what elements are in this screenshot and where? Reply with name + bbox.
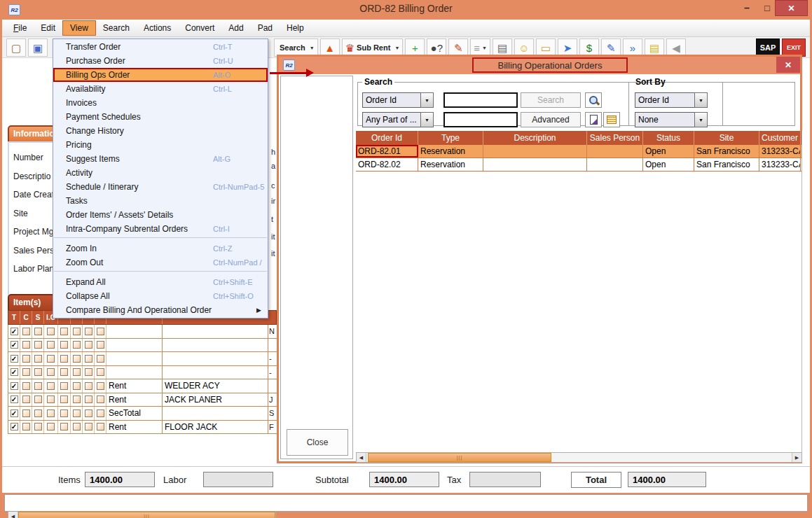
orders-scrollbar-track[interactable]: |||: [366, 453, 792, 462]
menu-item-tasks[interactable]: Tasks: [53, 194, 268, 208]
checkbox[interactable]: [97, 328, 104, 335]
search-mode-combo[interactable]: Any Part of ... ▼: [362, 112, 434, 127]
checkbox[interactable]: [60, 355, 68, 363]
chevron-down-icon[interactable]: ▼: [420, 92, 434, 108]
scroll-right-icon[interactable]: ▶: [792, 453, 801, 462]
report-search-button[interactable]: [585, 112, 602, 127]
menu-item-expand-all[interactable]: Expand AllCtrl+Shift-E: [53, 275, 268, 289]
order-row[interactable]: ORD-82.02ReservationOpenSan Francisco313…: [356, 158, 801, 172]
total-field[interactable]: [628, 472, 706, 487]
search-value-input-2[interactable]: [443, 112, 518, 127]
menubar-item-view[interactable]: View: [62, 20, 96, 36]
checkbox[interactable]: [85, 368, 92, 376]
checkbox[interactable]: [60, 382, 68, 390]
item-row[interactable]: ✓SecTotalS: [8, 407, 277, 421]
quick-search-button[interactable]: [585, 92, 602, 108]
checkbox[interactable]: [47, 396, 55, 403]
menubar-item-file[interactable]: File: [6, 21, 34, 35]
menubar-item-actions[interactable]: Actions: [137, 21, 178, 35]
chevron-down-icon[interactable]: ▼: [694, 112, 708, 127]
labor-total-field[interactable]: [203, 472, 273, 487]
checkbox[interactable]: [60, 410, 68, 417]
items-hscrollbar[interactable]: ◀ |||: [8, 511, 276, 518]
tab-items[interactable]: Item(s): [8, 294, 55, 311]
menu-item-invoices[interactable]: Invoices: [53, 96, 268, 110]
item-row[interactable]: ✓-: [8, 352, 277, 366]
checkbox[interactable]: [34, 382, 42, 390]
checkbox[interactable]: [73, 382, 81, 390]
checkbox[interactable]: [73, 355, 81, 363]
checkbox[interactable]: [47, 382, 55, 390]
advanced-search-button[interactable]: Advanced: [521, 112, 581, 127]
checkbox[interactable]: [60, 328, 68, 335]
chevron-down-icon[interactable]: ▼: [694, 92, 708, 108]
dialog-close-button[interactable]: ✕: [776, 57, 800, 73]
checkbox[interactable]: [85, 410, 92, 417]
checkbox[interactable]: [22, 341, 30, 349]
items-total-field[interactable]: [85, 472, 155, 487]
item-row[interactable]: ✓RentFLOOR JACKF: [8, 421, 277, 435]
checkbox[interactable]: ✓: [11, 396, 18, 403]
items-column-header[interactable]: C: [20, 311, 32, 324]
orders-column-description[interactable]: Description: [483, 131, 587, 145]
orders-hscrollbar[interactable]: ◀ ||| ▶: [356, 452, 802, 463]
checkbox[interactable]: [85, 396, 92, 403]
checkbox[interactable]: [34, 341, 42, 349]
menu-item-collapse-all[interactable]: Collapse AllCtrl+Shift-O: [53, 289, 268, 303]
checkbox[interactable]: [22, 328, 30, 335]
sort-primary-combo[interactable]: Order Id ▼: [635, 92, 708, 108]
checkbox[interactable]: [60, 341, 68, 349]
menu-item-suggest-items[interactable]: Suggest ItemsAlt-G: [53, 152, 268, 166]
checkbox[interactable]: [85, 341, 92, 349]
checkbox[interactable]: [22, 355, 30, 363]
toolbar-print-button[interactable]: ▣: [28, 38, 48, 57]
checkbox[interactable]: ✓: [11, 355, 18, 363]
checkbox[interactable]: [47, 368, 55, 376]
items-column-header[interactable]: S: [32, 311, 44, 324]
menu-item-change-history[interactable]: Change History: [53, 124, 268, 138]
checkbox[interactable]: [85, 355, 92, 363]
search-button[interactable]: Search: [521, 92, 581, 108]
checkbox[interactable]: [34, 410, 42, 417]
checkbox[interactable]: [47, 423, 55, 430]
tax-field[interactable]: [469, 472, 541, 487]
menubar-item-pad[interactable]: Pad: [251, 21, 280, 35]
menubar-item-add[interactable]: Add: [221, 21, 250, 35]
checkbox[interactable]: [73, 341, 81, 349]
checkbox[interactable]: [85, 328, 92, 335]
items-column-header[interactable]: T: [8, 311, 20, 324]
orders-column-site[interactable]: Site: [694, 131, 759, 145]
orders-column-order-id[interactable]: Order Id: [356, 131, 418, 145]
checkbox[interactable]: ✓: [11, 382, 18, 390]
checkbox[interactable]: [97, 382, 104, 390]
menubar-item-convert[interactable]: Convert: [178, 21, 221, 35]
checkbox[interactable]: [47, 341, 55, 349]
checkbox[interactable]: [97, 396, 104, 403]
menu-item-schedule-itinerary[interactable]: Schedule / ItineraryCtrl-NumPad-5: [53, 180, 268, 194]
checkbox[interactable]: [47, 355, 55, 363]
checkbox[interactable]: [97, 341, 104, 349]
menu-item-compare-billing-and-operational-order[interactable]: Compare Billing And Operational Order▶: [53, 303, 268, 317]
checkbox[interactable]: [73, 410, 81, 417]
checkbox[interactable]: ✓: [11, 410, 18, 417]
items-scrollbar-track[interactable]: |||: [18, 512, 275, 518]
checkbox[interactable]: ✓: [11, 328, 18, 335]
checkbox[interactable]: [85, 423, 92, 430]
checkbox[interactable]: [97, 410, 104, 417]
orders-column-customer[interactable]: Customer: [759, 131, 801, 145]
menu-item-intra-company-subrental-orders[interactable]: Intra-Company Subrental OrdersCtrl-I: [53, 222, 268, 236]
checkbox[interactable]: [85, 382, 92, 390]
item-row[interactable]: ✓: [8, 339, 277, 353]
item-row[interactable]: ✓RentJACK PLANERJ: [8, 393, 277, 407]
item-row[interactable]: ✓N: [8, 325, 277, 339]
checkbox[interactable]: [22, 396, 30, 403]
checkbox[interactable]: [60, 423, 68, 430]
checkbox[interactable]: ✓: [11, 341, 18, 349]
toolbar-new-order-button[interactable]: ▢: [6, 38, 26, 57]
checkbox[interactable]: [97, 423, 104, 430]
scroll-left-icon[interactable]: ◀: [8, 512, 18, 518]
close-window-button[interactable]: ✕: [775, 0, 808, 16]
tab-information[interactable]: Information: [8, 125, 55, 141]
checkbox[interactable]: [73, 368, 81, 376]
menubar-item-edit[interactable]: Edit: [34, 21, 62, 35]
